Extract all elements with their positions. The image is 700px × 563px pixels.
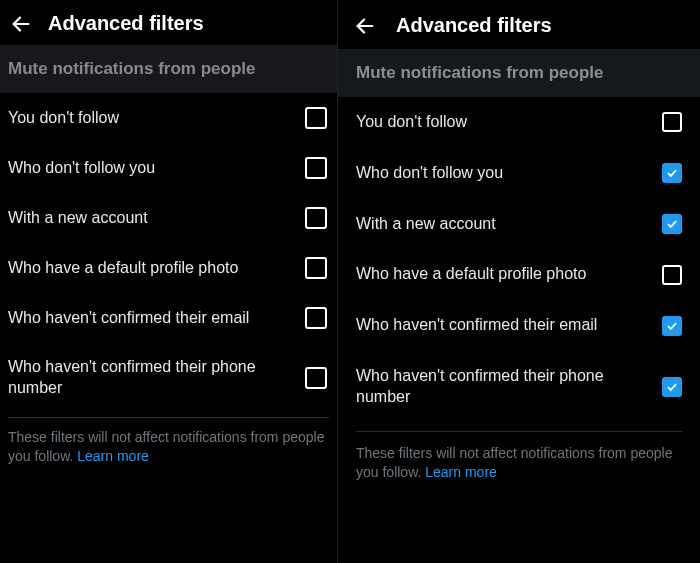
filter-label: Who have a default profile photo: [356, 264, 652, 285]
filter-label: Who don't follow you: [8, 158, 295, 179]
section-header: Mute notifications from people: [0, 45, 337, 93]
back-arrow-icon[interactable]: [354, 15, 376, 37]
filter-label: You don't follow: [356, 112, 652, 133]
filter-item[interactable]: Who haven't confirmed their email: [338, 300, 700, 351]
filter-checkbox[interactable]: [662, 214, 682, 234]
filter-checkbox[interactable]: [662, 377, 682, 397]
filter-checkbox[interactable]: [305, 107, 327, 129]
footer-note: These filters will not affect notificati…: [0, 418, 337, 477]
panel-left: Advanced filters Mute notifications from…: [0, 0, 338, 563]
learn-more-link[interactable]: Learn more: [425, 464, 497, 480]
footer-text: These filters will not affect notificati…: [8, 429, 324, 465]
filter-item[interactable]: Who don't follow you: [0, 143, 337, 193]
filter-label: With a new account: [356, 214, 652, 235]
back-arrow-icon[interactable]: [10, 13, 32, 35]
filter-item[interactable]: Who haven't confirmed their email: [0, 293, 337, 343]
filter-label: Who haven't confirmed their phone number: [8, 357, 295, 399]
header: Advanced filters: [338, 0, 700, 49]
filter-item[interactable]: Who haven't confirmed their phone number: [338, 351, 700, 423]
filter-item[interactable]: Who have a default profile photo: [0, 243, 337, 293]
filter-checkbox[interactable]: [305, 207, 327, 229]
filter-checkbox[interactable]: [305, 157, 327, 179]
page-title: Advanced filters: [396, 14, 552, 37]
filter-list: You don't followWho don't follow youWith…: [338, 97, 700, 423]
learn-more-link[interactable]: Learn more: [77, 448, 149, 464]
filter-list: You don't followWho don't follow youWith…: [0, 93, 337, 413]
section-header: Mute notifications from people: [338, 49, 700, 97]
filter-label: Who haven't confirmed their email: [8, 308, 295, 329]
filter-item[interactable]: With a new account: [338, 199, 700, 250]
filter-item[interactable]: You don't follow: [338, 97, 700, 148]
filter-checkbox[interactable]: [662, 163, 682, 183]
filter-label: Who don't follow you: [356, 163, 652, 184]
filter-checkbox[interactable]: [662, 316, 682, 336]
filter-label: You don't follow: [8, 108, 295, 129]
panel-right: Advanced filters Mute notifications from…: [338, 0, 700, 563]
filter-item[interactable]: Who have a default profile photo: [338, 249, 700, 300]
filter-item[interactable]: With a new account: [0, 193, 337, 243]
filter-checkbox[interactable]: [305, 307, 327, 329]
filter-item[interactable]: Who don't follow you: [338, 148, 700, 199]
filter-checkbox[interactable]: [662, 112, 682, 132]
page-title: Advanced filters: [48, 12, 204, 35]
filter-checkbox[interactable]: [662, 265, 682, 285]
filter-label: Who haven't confirmed their phone number: [356, 366, 652, 408]
filter-item[interactable]: Who haven't confirmed their phone number: [0, 343, 337, 413]
filter-label: With a new account: [8, 208, 295, 229]
footer-note: These filters will not affect notificati…: [338, 432, 700, 495]
comparison-container: Advanced filters Mute notifications from…: [0, 0, 700, 563]
filter-label: Who haven't confirmed their email: [356, 315, 652, 336]
filter-label: Who have a default profile photo: [8, 258, 295, 279]
filter-checkbox[interactable]: [305, 257, 327, 279]
filter-checkbox[interactable]: [305, 367, 327, 389]
header: Advanced filters: [0, 0, 337, 45]
footer-text: These filters will not affect notificati…: [356, 445, 672, 481]
filter-item[interactable]: You don't follow: [0, 93, 337, 143]
